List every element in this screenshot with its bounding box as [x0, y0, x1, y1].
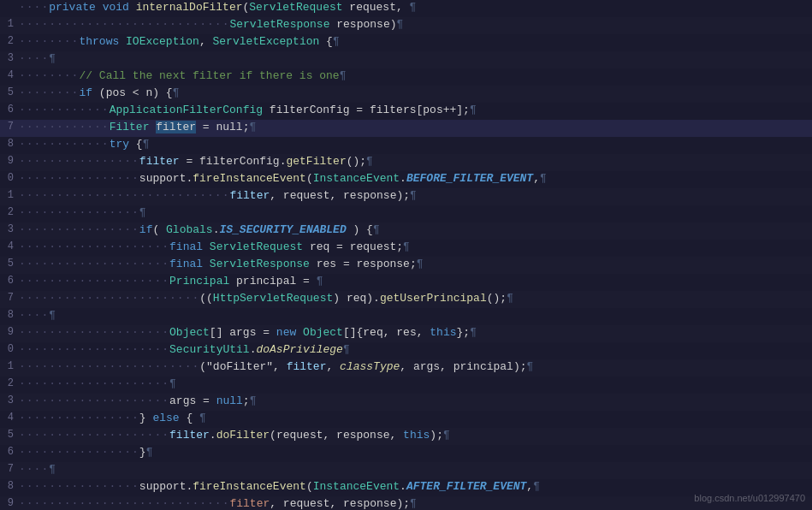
token-italic: doAsPrivilege [256, 343, 342, 356]
token-plain: ( [152, 223, 166, 236]
token-method: getUserPrincipal [380, 292, 487, 305]
code-content: } else { ¶ [139, 412, 812, 424]
token-kw: void [103, 1, 129, 14]
token-plain: }; [457, 326, 471, 339]
token-type: Filter [110, 121, 150, 133]
token-plain [203, 240, 210, 253]
code-content: final ServletRequest req = request;¶ [169, 240, 812, 253]
line-number: 9 [0, 497, 19, 509]
token-pilcrow: ¶ [249, 121, 256, 133]
token-highlight: filter [156, 121, 196, 133]
line-number: 8 [0, 309, 19, 321]
code-line: 3····¶ [0, 51, 812, 68]
code-line: 1····························filter, req… [0, 188, 812, 205]
code-line: 1····························ServletResp… [0, 17, 812, 34]
code-content: ¶ [49, 52, 812, 65]
line-number: 6 [0, 275, 19, 287]
token-plain [96, 1, 103, 14]
indent-dots: ···················· [19, 394, 169, 407]
token-plain: ); [430, 429, 443, 442]
token-kw: this [403, 429, 430, 442]
token-plain: (); [347, 155, 366, 168]
indent-dots: ···························· [19, 18, 229, 31]
token-plain: , request, response); [270, 497, 410, 510]
token-plain: [] args = [210, 326, 276, 339]
indent-dots: ···························· [19, 497, 229, 510]
token-plain: filterConfig = filters[pos++]; [263, 104, 470, 116]
token-plain: . [400, 172, 406, 185]
code-content: support.fireInstanceEvent(InstanceEvent.… [139, 172, 812, 185]
token-plain: response) [329, 18, 396, 31]
code-line: 7························((HttpServletRe… [0, 291, 812, 308]
token-plain: res = response; [310, 258, 417, 270]
token-plain: } [139, 412, 153, 424]
line-number: 7 [0, 121, 19, 133]
token-plain: { [129, 138, 143, 151]
code-content: args = null;¶ [169, 394, 812, 407]
token-pilcrow: ¶ [470, 104, 477, 116]
token-blue-light: filter [169, 429, 210, 442]
line-number: 4 [0, 69, 19, 81]
token-plain: . [400, 480, 406, 493]
code-content: ¶ [49, 309, 812, 322]
token-kw: if [79, 86, 92, 99]
code-line: 5····················filter.doFilter(req… [0, 428, 812, 445]
line-number: 5 [0, 258, 19, 270]
token-pilcrow: ¶ [410, 1, 417, 14]
token-plain: principal = [229, 275, 316, 288]
token-plain: , [526, 480, 533, 493]
code-line: 6····················Principal principal… [0, 274, 812, 291]
token-pilcrow: ¶ [533, 480, 540, 493]
code-line: 0····················SecurityUtil.doAsPr… [0, 342, 812, 359]
token-plain: request, [343, 1, 410, 14]
indent-dots: ················ [19, 412, 139, 424]
token-italic-bold: IS_SECURITY_ENABLED [219, 223, 346, 236]
token-pilcrow: ¶ [333, 35, 340, 48]
token-pilcrow: ¶ [417, 258, 424, 270]
token-plain: = null; [196, 121, 249, 133]
token-plain: . [250, 343, 257, 356]
token-plain: (request, response, [270, 429, 403, 442]
line-number: 2 [0, 206, 19, 218]
token-pilcrow: ¶ [396, 18, 403, 31]
indent-dots: ························ [19, 292, 199, 305]
code-line: 4····················final ServletReques… [0, 240, 812, 257]
code-content: filter, request, response);¶ [229, 189, 812, 202]
line-number: 4 [0, 412, 19, 424]
code-content: ApplicationFilterConfig filterConfig = f… [110, 104, 812, 116]
token-pilcrow: ¶ [199, 412, 206, 424]
indent-dots: ················ [19, 446, 139, 459]
code-line: 3····················args = null;¶ [0, 394, 812, 411]
line-number: 8 [0, 138, 19, 150]
token-pilcrow: ¶ [340, 69, 347, 82]
token-plain: support. [139, 172, 193, 185]
code-content: ¶ [49, 463, 812, 476]
indent-dots: ···················· [19, 429, 169, 442]
token-blue-light: filter [139, 155, 180, 168]
line-number: 7 [0, 292, 19, 304]
token-pilcrow: ¶ [410, 189, 417, 202]
code-line: 4················} else { ¶ [0, 411, 812, 428]
token-pilcrow: ¶ [443, 429, 450, 442]
watermark: blog.csdn.net/u012997470 [694, 493, 805, 503]
token-kw: try [110, 138, 129, 151]
token-pilcrow: ¶ [366, 155, 373, 168]
indent-dots: ············ [19, 121, 110, 133]
token-pilcrow: ¶ [49, 309, 56, 322]
indent-dots: ···· [19, 463, 49, 476]
line-number: 7 [0, 463, 19, 475]
token-type: ApplicationFilterConfig [110, 104, 263, 116]
token-blue-light: filter [287, 360, 327, 373]
token-plain [129, 1, 136, 14]
token-plain: ( [306, 172, 313, 185]
line-number: 3 [0, 394, 19, 406]
line-number: 5 [0, 86, 19, 98]
code-line: 9····················Object[] args = new… [0, 325, 812, 342]
indent-dots: ···························· [19, 189, 229, 202]
token-kw: final [169, 258, 203, 270]
token-pilcrow: ¶ [250, 394, 257, 407]
token-type: SecurityUtil [169, 343, 250, 356]
token-method: fireInstanceEvent [193, 172, 306, 185]
line-number: 3 [0, 223, 19, 235]
token-plain: { [319, 35, 333, 48]
